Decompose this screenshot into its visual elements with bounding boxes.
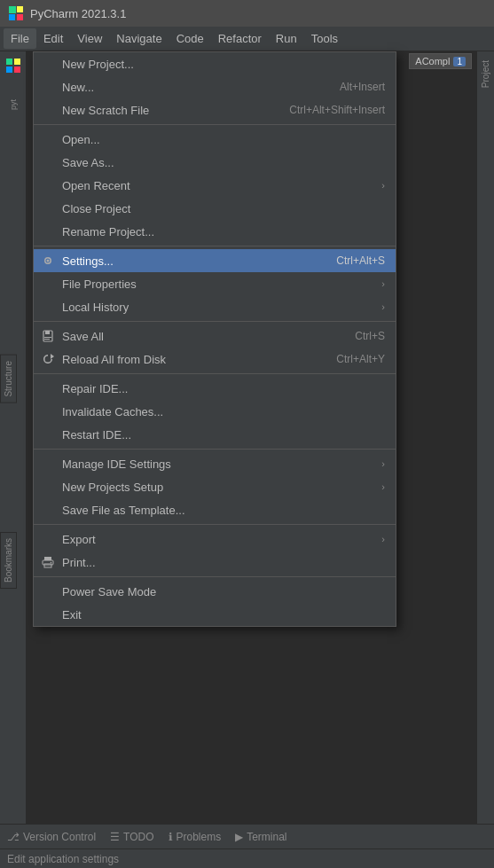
problems-icon: ℹ [169,831,173,843]
exit-label: Exit [62,608,385,622]
bookmarks-tab[interactable]: Bookmarks [0,532,17,589]
status-message: Edit application settings [7,853,119,865]
open-recent-label: Open Recent [62,179,374,192]
svg-rect-2 [9,14,15,20]
open-recent-arrow: › [381,180,385,191]
ide-icon [3,55,24,76]
menu-item-save-as[interactable]: Save As... [34,151,396,174]
menu-item-local-history[interactable]: Local History› [34,295,396,318]
version-control-button[interactable]: ⎇ Version Control [7,831,96,843]
settings-icon [41,254,55,268]
reload-all-icon [41,352,55,366]
menubar-item-run[interactable]: Run [269,28,304,49]
menu-item-restart-ide[interactable]: Restart IDE... [34,423,396,446]
restart-ide-label: Restart IDE... [62,428,385,442]
menu-item-new-project[interactable]: New Project... [34,52,396,75]
separator-after-restart-ide [34,449,396,450]
svg-rect-0 [9,6,16,13]
menubar-item-code[interactable]: Code [169,28,211,49]
terminal-label: Terminal [247,831,286,843]
save-file-as-template-label: Save File as Template... [62,504,385,517]
version-control-label: Version Control [23,831,96,843]
terminal-button[interactable]: ▶ Terminal [235,831,286,843]
svg-rect-5 [14,59,20,65]
separator-after-print [34,576,396,577]
new-projects-setup-arrow: › [381,481,385,492]
separator-after-reload-all [34,373,396,374]
menu-item-open-recent[interactable]: Open Recent› [34,174,396,197]
menubar-item-file[interactable]: File [4,28,36,49]
svg-rect-7 [14,66,20,73]
menu-item-rename-project[interactable]: Rename Project... [34,220,396,243]
svg-rect-10 [45,331,50,334]
reload-all-label: Reload All from Disk [62,353,318,366]
new-scratch-file-shortcut: Ctrl+Alt+Shift+Insert [289,104,385,116]
menu-item-repair-ide[interactable]: Repair IDE... [34,377,396,400]
menu-item-open[interactable]: Open... [34,128,396,151]
menu-item-save-all[interactable]: Save AllCtrl+S [34,325,396,348]
new-project-label: New Project... [62,58,385,71]
menu-item-invalidate-caches[interactable]: Invalidate Caches... [34,400,396,423]
separator-after-local-history [34,321,396,322]
menu-item-new-projects-setup[interactable]: New Projects Setup› [34,475,396,498]
save-all-shortcut: Ctrl+S [355,330,385,342]
todo-button[interactable]: ☰ TODO [110,831,153,843]
menu-item-settings[interactable]: Settings...Ctrl+Alt+S [34,249,396,272]
menubar-item-view[interactable]: View [70,28,109,49]
autocomplete-label: ACompl [415,56,450,66]
menu-item-file-properties[interactable]: File Properties› [34,272,396,295]
svg-rect-1 [17,6,23,12]
menu-item-export[interactable]: Export› [34,528,396,551]
separator-after-rename-project [34,246,396,246]
menu-item-close-project[interactable]: Close Project [34,197,396,220]
terminal-icon: ▶ [235,831,243,843]
save-all-icon [41,329,55,343]
menubar-item-refactor[interactable]: Refactor [211,28,269,49]
svg-point-17 [51,562,52,564]
statusbar: Edit application settings [0,848,494,868]
manage-ide-settings-label: Manage IDE Settings [62,457,374,471]
menubar-item-navigate[interactable]: Navigate [109,28,169,49]
separator-after-new-scratch-file [34,124,396,125]
file-properties-arrow: › [381,278,385,289]
new-projects-setup-label: New Projects Setup [62,481,374,494]
left-sidebar: pyt [0,51,27,824]
file-properties-label: File Properties [62,278,374,291]
svg-rect-14 [44,557,51,560]
local-history-arrow: › [381,301,385,312]
print-label: Print... [62,556,385,569]
menu-item-reload-all[interactable]: Reload All from DiskCtrl+Alt+Y [34,348,396,371]
dropdown-menu: New Project...New...Alt+InsertNew Scratc… [33,51,396,627]
menu-item-new-scratch-file[interactable]: New Scratch FileCtrl+Alt+Shift+Insert [34,98,396,121]
print-icon [41,555,55,569]
structure-tab-area: Structure [0,355,17,403]
file-menu-dropdown: New Project...New...Alt+InsertNew Scratc… [33,51,396,627]
menu-item-exit[interactable]: Exit [34,603,396,626]
bottombar: ⎇ Version Control ☰ TODO ℹ Problems ▶ Te… [0,824,494,848]
menu-item-print[interactable]: Print... [34,551,396,574]
svg-point-8 [47,260,50,262]
menu-item-save-file-as-template[interactable]: Save File as Template... [34,498,396,521]
menu-item-manage-ide-settings[interactable]: Manage IDE Settings› [34,452,396,475]
invalidate-caches-label: Invalidate Caches... [62,405,385,418]
menu-item-power-save-mode[interactable]: Power Save Mode [34,580,396,603]
close-project-label: Close Project [62,202,385,215]
problems-button[interactable]: ℹ Problems [169,831,222,843]
save-as-label: Save As... [62,156,385,169]
version-control-icon: ⎇ [7,831,20,843]
export-arrow: › [381,534,385,544]
menu-item-new[interactable]: New...Alt+Insert [34,75,396,98]
titlebar: PyCharm 2021.3.1 [0,0,494,27]
left-tab-project[interactable]: pyt [9,99,18,110]
menubar-item-edit[interactable]: Edit [36,28,70,49]
right-tab-project[interactable]: Project [481,55,490,93]
rename-project-label: Rename Project... [62,225,385,239]
structure-tab[interactable]: Structure [0,355,17,403]
problems-label: Problems [176,831,222,843]
menubar-item-tools[interactable]: Tools [304,28,345,49]
new-scratch-file-label: New Scratch File [62,104,271,117]
svg-rect-12 [44,339,50,340]
svg-rect-11 [44,337,51,338]
todo-icon: ☰ [110,831,120,843]
bookmarks-tab-area: Bookmarks [0,532,17,589]
